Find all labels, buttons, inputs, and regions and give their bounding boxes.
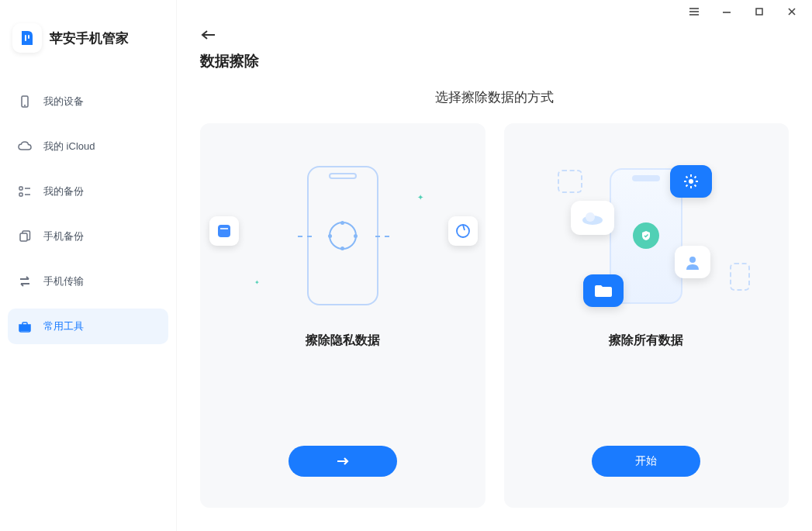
- back-button[interactable]: [200, 23, 228, 47]
- sidebar-item-label: 我的备份: [43, 184, 84, 198]
- svg-rect-1: [28, 35, 29, 39]
- nav: 我的设备 我的 iCloud 我的备份 手机备份 手机传输: [0, 84, 176, 344]
- svg-rect-5: [19, 193, 22, 196]
- start-privacy-button[interactable]: [289, 446, 397, 477]
- card-title: 擦除所有数据: [609, 333, 683, 349]
- target-icon: [329, 222, 357, 250]
- shield-icon: [633, 222, 659, 249]
- sidebar-item-my-device[interactable]: 我的设备: [8, 84, 168, 119]
- gear-icon: [670, 165, 712, 198]
- toolbox-icon: [17, 319, 33, 334]
- cloud-icon: [17, 139, 33, 154]
- illustration-all: [553, 162, 739, 309]
- phone-outline: [307, 166, 378, 305]
- svg-rect-9: [19, 325, 30, 331]
- phone-illustration: [610, 168, 682, 304]
- sidebar-item-phone-backup[interactable]: 手机备份: [8, 219, 168, 254]
- main: 数据擦除 选择擦除数据的方式 ✦ ✦: [177, 0, 812, 531]
- spark-icon: ✦: [254, 279, 260, 286]
- spark-icon: ✦: [417, 193, 423, 202]
- maximize-button[interactable]: [744, 0, 775, 23]
- illustration-privacy: ✦ ✦: [250, 162, 436, 309]
- svg-point-23: [586, 212, 595, 222]
- transfer-icon: [17, 274, 33, 289]
- cloud-icon: [571, 201, 614, 235]
- sidebar-item-icloud[interactable]: 我的 iCloud: [8, 129, 168, 164]
- phone-icon: [17, 94, 33, 109]
- app-chip-left: [209, 216, 239, 246]
- header: 数据擦除: [177, 23, 812, 71]
- card-title: 擦除隐私数据: [306, 333, 380, 349]
- card-erase-privacy: ✦ ✦: [200, 123, 485, 508]
- dashed-box: [730, 263, 750, 291]
- sidebar-item-my-backup[interactable]: 我的备份: [8, 174, 168, 209]
- person-icon: [675, 246, 710, 278]
- brand: 苹安手机管家: [0, 23, 176, 84]
- dashed-box: [558, 170, 582, 193]
- copy-icon: [17, 229, 33, 244]
- svg-rect-18: [220, 228, 228, 229]
- svg-rect-14: [756, 9, 762, 15]
- button-label: 开始: [635, 454, 657, 468]
- svg-point-21: [689, 179, 693, 184]
- cards-row: ✦ ✦: [177, 106, 812, 531]
- sidebar-item-label: 手机备份: [43, 229, 84, 243]
- card-erase-all: 擦除所有数据 开始: [504, 123, 790, 508]
- close-button[interactable]: [776, 0, 807, 23]
- app-chip-right: [448, 216, 478, 246]
- sidebar-item-label: 我的设备: [43, 95, 84, 109]
- brand-title: 苹安手机管家: [50, 29, 129, 47]
- svg-rect-17: [218, 225, 230, 237]
- menu-button[interactable]: [679, 0, 710, 23]
- sidebar-item-phone-transfer[interactable]: 手机传输: [8, 264, 168, 299]
- sidebar: 苹安手机管家 我的设备 我的 iCloud 我的备份 手机备份: [0, 0, 177, 531]
- brand-logo: [12, 23, 42, 53]
- connection-line: [298, 236, 312, 237]
- sidebar-item-label: 我的 iCloud: [43, 140, 95, 153]
- svg-rect-8: [20, 233, 27, 241]
- svg-point-24: [689, 257, 696, 263]
- sidebar-item-label: 手机传输: [43, 274, 84, 288]
- sidebar-item-tools[interactable]: 常用工具: [8, 309, 168, 344]
- list-icon: [17, 184, 33, 199]
- page-subtitle: 选择擦除数据的方式: [177, 88, 812, 106]
- phone-notch: [329, 173, 357, 179]
- svg-rect-4: [19, 187, 22, 190]
- connection-line: [375, 236, 389, 237]
- folder-icon: [583, 274, 624, 307]
- minimize-button[interactable]: [711, 0, 742, 23]
- sidebar-item-label: 常用工具: [43, 319, 84, 333]
- start-all-button[interactable]: 开始: [592, 446, 700, 477]
- titlebar: [177, 0, 812, 23]
- svg-rect-0: [25, 35, 26, 41]
- page-title: 数据擦除: [200, 51, 789, 71]
- phone-notch: [632, 175, 660, 181]
